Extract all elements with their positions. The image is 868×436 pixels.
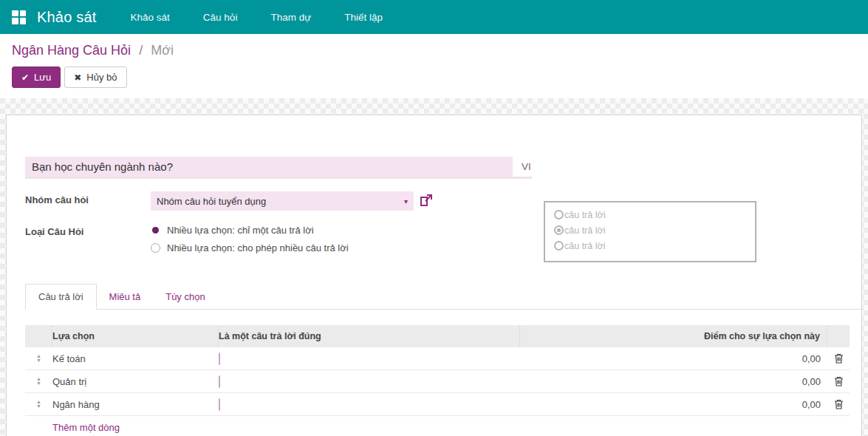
preview-answer-label: câu trả lời (564, 210, 605, 220)
delete-row-icon[interactable] (834, 376, 844, 386)
close-icon: ✖ (74, 72, 81, 83)
nav-menu: Khảo sát Câu hỏi Tham dự Thiết lập (131, 12, 383, 23)
header-correct-column: Là một câu trả lời đúng (219, 325, 520, 347)
correct-answer-checkbox[interactable] (219, 375, 220, 388)
form-sheet: VI Nhóm câu hỏi Nhóm câu hỏi tuyển dụng … (6, 115, 862, 436)
radio-option-label: Nhiều lựa chọn: cho phép nhiều câu trả l… (167, 242, 349, 253)
add-row: Thêm một dòng (25, 416, 850, 436)
choice-cell[interactable]: Quản trị (52, 376, 219, 387)
question-type-radio-group: Nhiều lựa chọn: chỉ một câu trả lời Nhiề… (151, 223, 349, 260)
preview-radio-icon (554, 210, 564, 219)
score-cell[interactable]: 0,00 (520, 399, 827, 410)
discard-button[interactable]: ✖ Hủy bỏ (64, 67, 126, 88)
preview-answer-line: câu trả lời (554, 222, 746, 238)
header-trash-column (827, 325, 850, 347)
header-score-column: Điểm cho sự lựa chọn này (520, 325, 827, 347)
notebook-tabs: Câu trả lời Miêu tả Tùy chọn (25, 284, 861, 310)
drag-handle-icon[interactable]: ▲▼ (36, 400, 41, 409)
language-badge[interactable]: VI (522, 157, 531, 177)
save-button[interactable]: ✔ Lưu (12, 67, 61, 88)
breadcrumb-separator: / (139, 43, 143, 58)
category-value: Nhóm câu hỏi tuyển dụng (157, 196, 404, 207)
table-row: ▲▼ Kế toán 0,00 (25, 347, 850, 370)
action-buttons: ✔ Lưu ✖ Hủy bỏ (12, 67, 856, 88)
category-many2one-input[interactable]: Nhóm câu hỏi tuyển dụng ▾ (151, 191, 414, 211)
radio-option-single-answer[interactable]: Nhiều lựa chọn: chỉ một câu trả lời (151, 225, 349, 236)
preview-answer-line: câu trả lời (554, 207, 746, 222)
nav-item-tham-du[interactable]: Tham dự (270, 12, 311, 23)
breadcrumb-current: Mới (151, 43, 174, 58)
header-choice-column: Lựa chọn (52, 325, 219, 347)
radio-option-label: Nhiều lựa chọn: chỉ một câu trả lời (167, 225, 314, 236)
preview-radio-selected-icon (554, 225, 564, 235)
question-title-input[interactable] (25, 157, 513, 177)
nav-item-cau-hoi[interactable]: Câu hỏi (203, 12, 238, 23)
delete-row-icon[interactable] (834, 353, 844, 364)
save-button-label: Lưu (34, 72, 51, 83)
drag-handle-icon[interactable]: ▲▼ (36, 354, 41, 363)
tab-cau-tra-loi[interactable]: Câu trả lời (25, 284, 97, 310)
external-link-icon[interactable] (420, 194, 432, 209)
nav-item-khao-sat[interactable]: Khảo sát (131, 12, 170, 23)
apps-menu-icon[interactable] (12, 10, 26, 24)
preview-answer-line: câu trả lời (554, 238, 746, 253)
preview-answer-label: câu trả lời (564, 241, 605, 251)
radio-selected-icon[interactable] (152, 227, 159, 234)
correct-answer-checkbox[interactable] (219, 398, 220, 411)
breadcrumb: Ngân Hàng Câu Hỏi / Mới (12, 43, 856, 58)
check-icon: ✔ (21, 72, 29, 83)
delete-row-icon[interactable] (834, 399, 844, 409)
preview-radio-icon (554, 241, 564, 251)
score-cell[interactable]: 0,00 (520, 376, 827, 387)
question-type-field-label: Loại Câu Hỏi (25, 223, 151, 237)
discard-button-label: Hủy bỏ (86, 72, 117, 83)
top-navbar: Khảo sát Khảo sát Câu hỏi Tham dự Thiết … (0, 0, 868, 34)
drag-handle-icon[interactable]: ▲▼ (36, 377, 41, 386)
score-cell[interactable]: 0,00 (520, 353, 827, 364)
category-field-label: Nhóm câu hỏi (25, 191, 151, 205)
tab-tuy-chon[interactable]: Tùy chọn (153, 285, 217, 309)
preview-answer-label: câu trả lời (564, 225, 605, 236)
breadcrumb-parent-link[interactable]: Ngân Hàng Câu Hỏi (12, 43, 131, 58)
app-brand[interactable]: Khảo sát (37, 9, 97, 26)
header-handle-column (25, 325, 52, 347)
answer-preview-box: câu trả lời câu trả lời câu trả lời (544, 201, 756, 262)
add-row-link[interactable]: Thêm một dòng (52, 422, 120, 433)
control-panel: Ngân Hàng Câu Hỏi / Mới ✔ Lưu ✖ Hủy bỏ (0, 34, 868, 98)
choice-cell[interactable]: Ngân hàng (52, 399, 219, 410)
answers-table: Lựa chọn Là một câu trả lời đúng Điểm ch… (25, 325, 850, 436)
chevron-down-icon[interactable]: ▾ (404, 197, 408, 205)
radio-unselected-icon[interactable] (151, 243, 160, 253)
question-title-wrap: VI (25, 157, 532, 179)
table-row: ▲▼ Quản trị 0,00 (25, 370, 850, 393)
tab-mieu-ta[interactable]: Miêu tả (97, 285, 154, 309)
correct-answer-checkbox[interactable] (219, 352, 220, 365)
answers-table-header: Lựa chọn Là một câu trả lời đúng Điểm ch… (25, 325, 850, 347)
table-row: ▲▼ Ngân hàng 0,00 (25, 393, 850, 416)
choice-cell[interactable]: Kế toán (52, 353, 219, 364)
nav-item-thiet-lap[interactable]: Thiết lập (344, 12, 383, 23)
radio-option-multiple-answers[interactable]: Nhiều lựa chọn: cho phép nhiều câu trả l… (151, 242, 349, 253)
